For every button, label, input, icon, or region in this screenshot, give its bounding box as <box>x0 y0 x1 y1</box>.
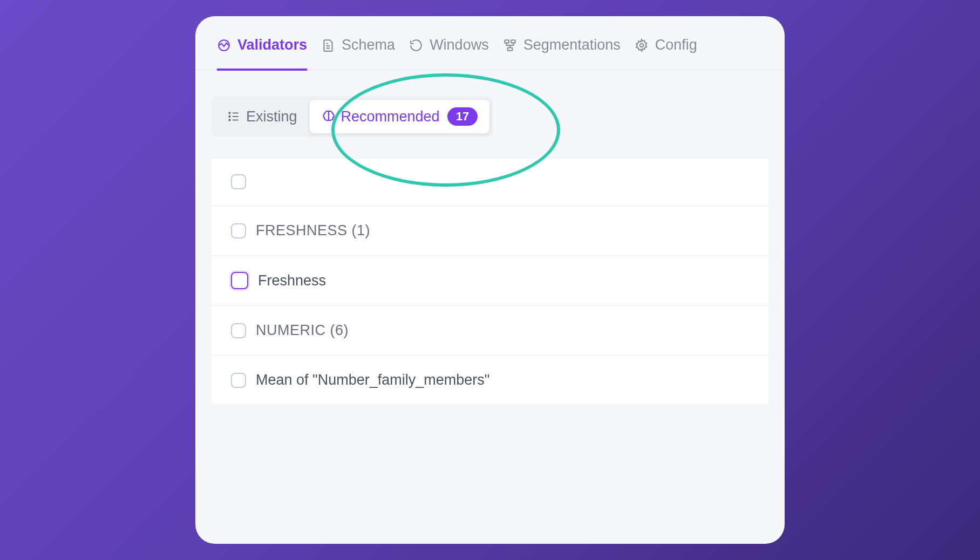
tab-schema[interactable]: Schema <box>321 37 395 71</box>
item-freshness-row[interactable]: Freshness <box>212 256 768 306</box>
windows-icon <box>409 38 423 52</box>
svg-point-4 <box>640 43 644 47</box>
group-freshness-row[interactable]: FRESHNESS (1) <box>212 206 768 256</box>
item-mean-family-label: Mean of "Number_family_members" <box>256 372 489 388</box>
validators-icon <box>217 38 231 52</box>
svg-rect-2 <box>511 40 515 43</box>
svg-point-7 <box>229 119 230 120</box>
config-icon <box>635 38 649 52</box>
item-freshness-label: Freshness <box>258 272 326 289</box>
main-panel: Validators Schema Windows Segmentation <box>195 16 785 544</box>
svg-rect-1 <box>505 40 509 43</box>
tab-segmentations-label: Segmentations <box>523 37 621 53</box>
tab-config[interactable]: Config <box>635 37 697 71</box>
tab-validators-label: Validators <box>237 37 307 53</box>
sub-tab-recommended[interactable]: Recommended 17 <box>309 99 491 134</box>
recommended-count-badge: 17 <box>447 107 478 126</box>
sub-tab-bar: Existing Recommended 17 <box>212 96 493 137</box>
tab-config-label: Config <box>655 37 697 53</box>
primary-tab-bar: Validators Schema Windows Segmentation <box>195 16 785 70</box>
tab-windows-label: Windows <box>430 37 489 53</box>
select-all-checkbox[interactable] <box>231 174 246 189</box>
sub-tab-recommended-label: Recommended <box>341 108 440 125</box>
validators-list: FRESHNESS (1) Freshness NUMERIC (6) Mean… <box>212 158 768 405</box>
item-mean-family-checkbox[interactable] <box>231 373 246 388</box>
svg-point-5 <box>229 112 230 113</box>
group-freshness-label: FRESHNESS (1) <box>256 222 370 239</box>
group-freshness-checkbox[interactable] <box>231 223 246 238</box>
group-numeric-checkbox[interactable] <box>231 323 246 338</box>
sub-tab-existing-label: Existing <box>246 108 297 125</box>
svg-rect-3 <box>507 47 512 50</box>
list-icon <box>227 110 241 124</box>
svg-point-6 <box>229 116 230 117</box>
tab-validators[interactable]: Validators <box>217 37 307 71</box>
brain-icon <box>322 110 336 124</box>
item-mean-family-row[interactable]: Mean of "Number_family_members" <box>212 356 768 405</box>
svg-point-0 <box>219 40 229 51</box>
tab-schema-label: Schema <box>342 37 395 53</box>
item-freshness-checkbox[interactable] <box>231 272 248 289</box>
select-all-row[interactable] <box>212 158 768 206</box>
segmentations-icon <box>503 38 517 52</box>
group-numeric-label: NUMERIC (6) <box>256 322 349 339</box>
sub-tabs-container: Existing Recommended 17 FRESHNESS (1) <box>195 70 785 405</box>
group-numeric-row[interactable]: NUMERIC (6) <box>212 306 768 356</box>
tab-segmentations[interactable]: Segmentations <box>503 37 621 71</box>
tab-windows[interactable]: Windows <box>409 37 489 71</box>
sub-tab-existing[interactable]: Existing <box>215 101 309 133</box>
schema-icon <box>321 38 335 52</box>
